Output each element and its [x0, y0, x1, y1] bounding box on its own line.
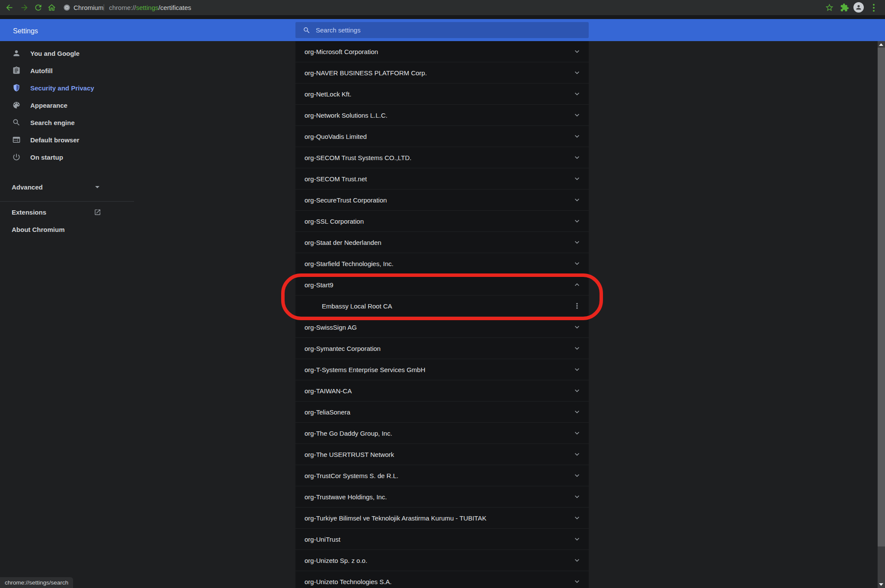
chevron-down-icon[interactable] — [573, 111, 581, 119]
title-url-separator: | — [103, 0, 105, 15]
scrollbar-thumb[interactable] — [878, 48, 885, 546]
chevron-down-icon[interactable] — [573, 238, 581, 247]
browser-toolbar: Chromium | chrome://settings/certificate… — [0, 0, 885, 15]
chevron-down-icon[interactable] — [573, 323, 581, 331]
certificate-row-label: org-The Go Daddy Group, Inc. — [305, 430, 392, 437]
reload-icon[interactable] — [34, 3, 43, 12]
certificate-row[interactable]: org-Network Solutions L.L.C. — [295, 105, 589, 126]
certificate-row-label: org-SSL Corporation — [305, 218, 364, 225]
certificate-row-label: org-TAIWAN-CA — [305, 387, 352, 395]
search-input[interactable] — [316, 26, 589, 34]
chevron-up-icon[interactable] — [573, 280, 581, 289]
chevron-down-icon[interactable] — [573, 408, 581, 416]
certificate-row[interactable]: org-SecureTrust Corporation — [295, 190, 589, 211]
certificate-row[interactable]: org-UniTrust — [295, 529, 589, 550]
certificate-row[interactable]: org-The USERTRUST Network — [295, 444, 589, 465]
sidebar-item-label: Security and Privacy — [30, 84, 94, 92]
chevron-down-icon[interactable] — [573, 365, 581, 374]
chevron-down-icon[interactable] — [573, 174, 581, 183]
sidebar-item-autofill[interactable]: Autofill — [0, 62, 143, 79]
kebab-menu-icon[interactable] — [573, 302, 581, 310]
chevron-down-icon[interactable] — [573, 47, 581, 56]
certificate-row[interactable]: org-QuoVadis Limited — [295, 126, 589, 147]
certificate-row[interactable]: org-SECOM Trust.net — [295, 168, 589, 190]
sidebar-item-default-browser[interactable]: Default browser — [0, 131, 143, 148]
chevron-down-icon[interactable] — [573, 153, 581, 162]
sidebar-item-search-engine[interactable]: Search engine — [0, 114, 143, 131]
settings-search-box[interactable] — [295, 22, 589, 38]
certificate-row-label: org-TrustCor Systems S. de R.L. — [305, 472, 398, 479]
scrollbar-down-arrow-icon[interactable] — [879, 583, 883, 586]
sidebar-item-you-and-google[interactable]: You and Google — [0, 45, 143, 62]
chevron-down-icon[interactable] — [573, 259, 581, 268]
certificate-row[interactable]: org-TAIWAN-CA — [295, 380, 589, 402]
chevron-down-icon[interactable] — [573, 471, 581, 480]
certificate-row-label: org-NetLock Kft. — [305, 90, 351, 98]
certificate-row[interactable]: org-T-Systems Enterprise Services GmbH — [295, 359, 589, 380]
certificate-row[interactable]: org-Start9 — [295, 274, 589, 296]
certificate-row-label: org-TeliaSonera — [305, 408, 350, 416]
chevron-down-icon[interactable] — [573, 90, 581, 98]
certificate-row-label: org-Starfield Technologies, Inc. — [305, 260, 394, 267]
certificate-row[interactable]: org-The Go Daddy Group, Inc. — [295, 423, 589, 444]
certificate-row[interactable]: org-Symantec Corporation — [295, 338, 589, 359]
sidebar-item-about[interactable]: About Chromium — [0, 221, 109, 238]
certificate-row[interactable]: org-Staat der Nederlanden — [295, 232, 589, 253]
bookmark-star-icon[interactable] — [825, 3, 834, 12]
sidebar-item-advanced[interactable]: Advanced — [0, 178, 109, 196]
home-icon[interactable] — [47, 3, 56, 12]
certificate-row-label: org-Symantec Corporation — [305, 345, 381, 352]
extensions-puzzle-icon[interactable] — [840, 3, 849, 12]
back-icon[interactable] — [5, 3, 14, 12]
chevron-down-icon[interactable] — [573, 344, 581, 353]
power-icon — [12, 153, 21, 161]
certificate-row[interactable]: org-TeliaSonera — [295, 402, 589, 423]
chevron-down-icon[interactable] — [573, 217, 581, 225]
forward-icon[interactable] — [20, 3, 29, 12]
chevron-down-icon[interactable] — [573, 577, 581, 586]
certificate-row[interactable]: org-SSL Corporation — [295, 211, 589, 232]
sidebar-item-appearance[interactable]: Appearance — [0, 96, 143, 114]
chevron-down-icon[interactable] — [573, 196, 581, 204]
certificate-row[interactable]: org-Unizeto Sp. z o.o. — [295, 550, 589, 571]
certificate-row[interactable]: org-Trustwave Holdings, Inc. — [295, 486, 589, 508]
sidebar-item-on-startup[interactable]: On startup — [0, 148, 143, 166]
profile-avatar[interactable] — [853, 2, 864, 13]
certificate-row[interactable]: org-Turkiye Bilimsel ve Teknolojik Arast… — [295, 508, 589, 529]
chevron-down-icon[interactable] — [573, 535, 581, 543]
certificate-row-label: org-SECOM Trust Systems CO.,LTD. — [305, 154, 411, 161]
sidebar-about-label: About Chromium — [12, 226, 64, 233]
chevron-down-icon[interactable] — [573, 514, 581, 522]
chevron-down-icon[interactable] — [573, 132, 581, 141]
sidebar-lower-section: Extensions About Chromium — [0, 201, 134, 238]
search-icon — [12, 118, 21, 127]
certificate-row[interactable]: org-NetLock Kft. — [295, 84, 589, 105]
browser-menu-icon[interactable] — [869, 3, 878, 12]
chevron-down-icon[interactable] — [573, 429, 581, 437]
chevron-down-icon[interactable] — [573, 492, 581, 501]
caret-down-icon — [95, 186, 99, 188]
scrollbar[interactable] — [878, 41, 885, 588]
certificate-row-label: org-Unizeto Technologies S.A. — [305, 578, 392, 585]
certificate-entry-row[interactable]: Embassy Local Root CA — [295, 296, 589, 317]
certificate-row[interactable]: org-TrustCor Systems S. de R.L. — [295, 465, 589, 486]
certificate-row[interactable]: org-Unizeto Technologies S.A. — [295, 571, 589, 588]
certificate-row[interactable]: org-NAVER BUSINESS PLATFORM Corp. — [295, 62, 589, 84]
sidebar-item-label: On startup — [30, 154, 63, 161]
certificate-row[interactable]: org-Starfield Technologies, Inc. — [295, 253, 589, 274]
person-icon — [12, 49, 21, 58]
address-url[interactable]: chrome://settings/certificates — [109, 0, 191, 15]
certificate-row-label: org-Start9 — [305, 281, 333, 289]
scrollbar-up-arrow-icon[interactable] — [879, 43, 883, 46]
certificate-row[interactable]: org-Microsoft Corporation — [295, 41, 589, 62]
certificate-row-label: Embassy Local Root CA — [322, 302, 392, 310]
chevron-down-icon[interactable] — [573, 68, 581, 77]
certificate-row-label: org-NAVER BUSINESS PLATFORM Corp. — [305, 69, 427, 77]
sidebar-item-extensions[interactable]: Extensions — [0, 203, 109, 221]
sidebar-item-security-and-privacy[interactable]: Security and Privacy — [0, 79, 143, 96]
chevron-down-icon[interactable] — [573, 386, 581, 395]
certificate-row[interactable]: org-SwissSign AG — [295, 317, 589, 338]
chevron-down-icon[interactable] — [573, 556, 581, 565]
certificate-row[interactable]: org-SECOM Trust Systems CO.,LTD. — [295, 147, 589, 168]
chevron-down-icon[interactable] — [573, 450, 581, 459]
